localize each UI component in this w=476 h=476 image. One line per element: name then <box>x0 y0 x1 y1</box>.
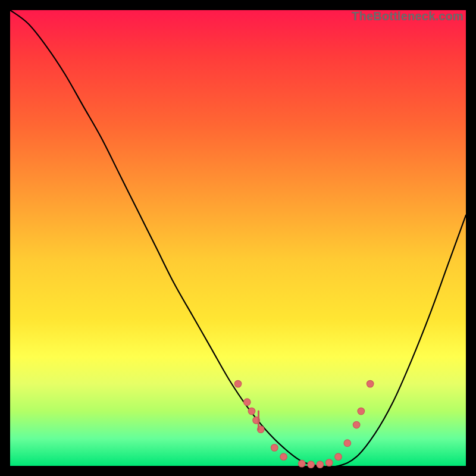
chart-data-point <box>244 399 251 406</box>
chart-data-point <box>358 408 365 415</box>
chart-data-point <box>248 408 255 415</box>
chart-data-point <box>325 459 333 466</box>
chart-data-point <box>308 461 315 468</box>
chart-data-point <box>280 453 287 461</box>
chart-data-point <box>353 421 360 428</box>
chart-svg <box>10 10 466 466</box>
chart-data-point <box>271 444 278 452</box>
chart-container: TheBottleneck.com <box>0 0 476 476</box>
chart-data-point <box>317 461 324 468</box>
chart-data-point <box>234 380 242 387</box>
chart-data-point <box>344 440 351 447</box>
chart-data-point <box>367 380 374 387</box>
chart-data-point <box>335 453 342 461</box>
plot-area: TheBottleneck.com <box>10 10 466 466</box>
chart-markers <box>234 380 374 468</box>
bottleneck-curve <box>10 10 466 467</box>
chart-data-point <box>298 460 305 467</box>
